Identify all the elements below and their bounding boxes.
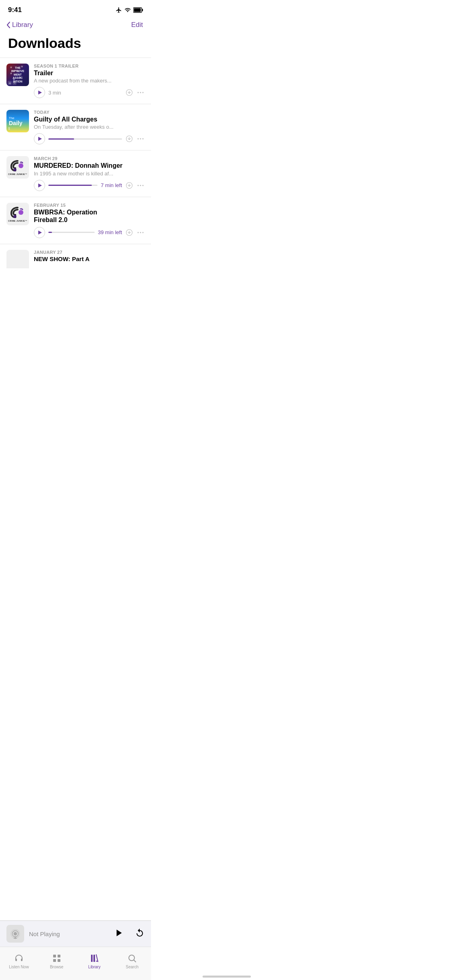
episode-controls bbox=[34, 133, 145, 144]
episode-date: Today bbox=[34, 110, 145, 115]
episode-artwork: The Daily 𝕿 bbox=[6, 110, 29, 132]
more-icon bbox=[137, 138, 144, 140]
episode-item: CRIME JUNKIE™ February 15 BWBRSA: Operat… bbox=[0, 197, 151, 244]
play-icon bbox=[38, 90, 42, 95]
episode-title: Trailer bbox=[34, 69, 145, 77]
svg-point-9 bbox=[140, 138, 141, 140]
more-icon bbox=[137, 232, 144, 233]
play-button[interactable] bbox=[34, 227, 45, 238]
battery-icon bbox=[133, 7, 143, 13]
episode-content: February 15 BWBRSA: OperationFireball 2.… bbox=[34, 203, 145, 238]
time-left-label: 39 min left bbox=[98, 229, 122, 235]
play-button[interactable] bbox=[34, 180, 45, 191]
episode-description: On Tuesday, after three weeks o... bbox=[34, 124, 145, 130]
progress-bar bbox=[48, 138, 122, 140]
episode-content: March 29 MURDERED: Donnah Winger In 1995… bbox=[34, 156, 145, 191]
download-button[interactable] bbox=[125, 135, 133, 143]
back-label: Library bbox=[12, 21, 33, 29]
episode-item: The Daily 𝕿 Today Guilty of All Charges … bbox=[0, 104, 151, 150]
duration-label: 3 min bbox=[48, 90, 61, 96]
episode-content: Today Guilty of All Charges On Tuesday, … bbox=[34, 110, 145, 144]
nav-bar: Library Edit bbox=[0, 18, 151, 34]
svg-point-22 bbox=[143, 232, 144, 233]
crime-junkie-logo-icon bbox=[10, 159, 26, 172]
more-icon bbox=[137, 185, 144, 186]
page-title: Downloads bbox=[0, 34, 151, 58]
svg-rect-2 bbox=[134, 8, 141, 12]
episode-artwork: CRIME JUNKIE™ bbox=[6, 203, 29, 225]
episode-artwork: CRIME JUNKIE™ bbox=[6, 156, 29, 179]
download-button[interactable] bbox=[125, 229, 133, 237]
svg-point-18 bbox=[13, 215, 17, 218]
play-icon bbox=[38, 183, 42, 188]
svg-rect-1 bbox=[142, 9, 143, 11]
episode-content: January 27 NEW SHOW: Part A bbox=[34, 250, 145, 264]
episode-artwork bbox=[6, 250, 29, 268]
chevron-left-icon bbox=[6, 22, 10, 28]
episode-controls: 39 min left bbox=[34, 227, 145, 238]
crime-junkie-logo-icon bbox=[10, 206, 26, 219]
download-button[interactable] bbox=[125, 89, 133, 97]
wifi-icon bbox=[124, 7, 131, 13]
more-icon bbox=[137, 92, 144, 93]
episode-title: MURDERED: Donnah Winger bbox=[34, 162, 145, 169]
progress-bar bbox=[48, 232, 95, 233]
episode-controls: 7 min left bbox=[34, 180, 145, 191]
svg-point-8 bbox=[138, 138, 139, 140]
airplane-icon bbox=[116, 7, 122, 13]
episode-artwork: ★ ★ ★ ★ ★ ★ THEIMPROVEMENTASSOCIATION ⊞ … bbox=[6, 64, 29, 86]
status-bar: 9:41 bbox=[0, 0, 151, 18]
download-icon bbox=[126, 229, 133, 236]
episode-date: February 15 bbox=[34, 203, 145, 208]
episode-item: January 27 NEW SHOW: Part A bbox=[0, 244, 151, 268]
episode-date: Season 1 Trailer bbox=[34, 64, 145, 68]
play-button[interactable] bbox=[34, 133, 45, 144]
play-button[interactable] bbox=[34, 87, 45, 98]
download-icon bbox=[126, 135, 133, 142]
svg-point-21 bbox=[140, 232, 141, 233]
more-button[interactable] bbox=[137, 229, 145, 237]
episode-date: March 29 bbox=[34, 156, 145, 161]
time-left-label: 7 min left bbox=[101, 182, 122, 188]
status-time: 9:41 bbox=[8, 6, 22, 14]
episode-date: January 27 bbox=[34, 250, 145, 255]
svg-point-12 bbox=[13, 168, 17, 171]
play-icon bbox=[38, 230, 42, 235]
more-button[interactable] bbox=[137, 135, 145, 143]
svg-point-16 bbox=[143, 185, 144, 186]
episode-list: ★ ★ ★ ★ ★ ★ THEIMPROVEMENTASSOCIATION ⊞ … bbox=[0, 58, 151, 268]
more-button[interactable] bbox=[137, 181, 145, 189]
svg-point-15 bbox=[140, 185, 141, 186]
svg-point-4 bbox=[138, 92, 139, 93]
edit-button[interactable]: Edit bbox=[131, 21, 143, 29]
progress-bar bbox=[48, 185, 97, 186]
episode-item: CRIME JUNKIE™ March 29 MURDERED: Donnah … bbox=[0, 150, 151, 197]
back-button[interactable]: Library bbox=[6, 21, 33, 29]
download-icon bbox=[126, 182, 133, 189]
svg-point-11 bbox=[19, 163, 23, 168]
svg-point-6 bbox=[143, 92, 144, 93]
episode-description: In 1995 a new mother is killed af... bbox=[34, 171, 145, 177]
episode-title: BWBRSA: OperationFireball 2.0 bbox=[34, 208, 145, 224]
svg-point-17 bbox=[19, 210, 23, 215]
status-icons bbox=[116, 7, 143, 13]
episode-title: NEW SHOW: Part A bbox=[34, 255, 145, 263]
episode-title: Guilty of All Charges bbox=[34, 115, 145, 123]
svg-point-5 bbox=[140, 92, 141, 93]
svg-point-20 bbox=[138, 232, 139, 233]
episode-description: A new podcast from the makers... bbox=[34, 78, 145, 84]
episode-content: Season 1 Trailer Trailer A new podcast f… bbox=[34, 64, 145, 98]
episode-item: ★ ★ ★ ★ ★ ★ THEIMPROVEMENTASSOCIATION ⊞ … bbox=[0, 58, 151, 104]
download-icon bbox=[126, 89, 133, 96]
svg-point-10 bbox=[143, 138, 144, 140]
svg-point-14 bbox=[138, 185, 139, 186]
download-button[interactable] bbox=[125, 181, 133, 189]
more-button[interactable] bbox=[137, 89, 145, 97]
episode-controls: 3 min bbox=[34, 87, 145, 98]
play-icon bbox=[38, 136, 42, 141]
